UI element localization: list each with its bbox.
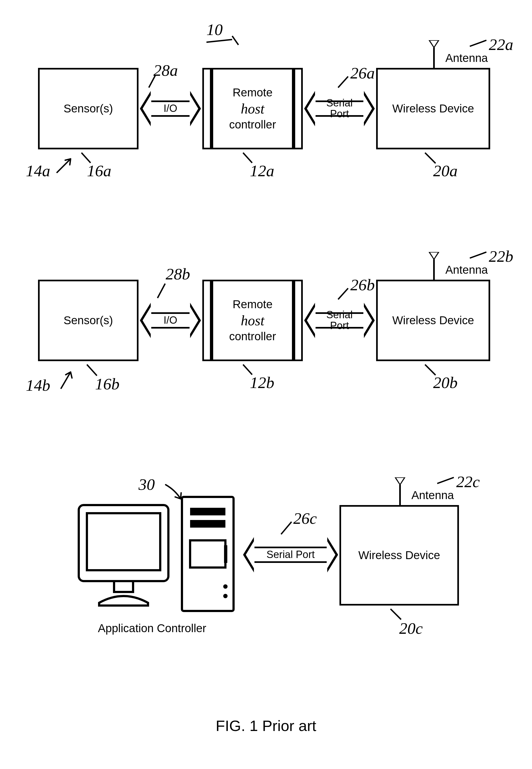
lead-controller-a	[243, 152, 253, 163]
ref-controller-b: 12b	[250, 373, 274, 392]
sensor-label: Sensor(s)	[64, 313, 113, 328]
antenna-label-a: Antenna	[445, 52, 488, 65]
lead-wireless-a	[424, 152, 436, 164]
page: 10 Sensor(s) I/O Remote host controller …	[0, 0, 532, 769]
svg-rect-4	[190, 508, 225, 515]
ref-serial-a: 26a	[350, 64, 375, 83]
wireless-box-b: Wireless Device	[376, 280, 490, 361]
lead-controller-b	[243, 364, 253, 375]
controller-line1: Remote	[232, 86, 272, 100]
controller-box-a: Remote host controller	[202, 68, 303, 149]
controller-line2-hw: host	[241, 312, 265, 329]
wireless-box-a: Wireless Device	[376, 68, 490, 149]
antenna-label-c: Antenna	[411, 489, 454, 502]
serial-arrow-a: Serial Port	[304, 91, 375, 126]
ref-wireless-c: 20c	[399, 619, 423, 638]
io-arrow-a: I/O	[140, 91, 201, 126]
application-controller-label: Application Controller	[81, 622, 223, 635]
ref-figure-lead	[232, 36, 239, 45]
sensor-label: Sensor(s)	[64, 102, 113, 116]
sensor-box-a: Sensor(s)	[38, 68, 138, 149]
serial-arrow-b: Serial Port	[304, 303, 375, 338]
controller-line1: Remote	[232, 297, 272, 312]
lead-wireless-c	[390, 609, 401, 620]
ref-sensor-b: 16b	[95, 375, 119, 393]
lead-antenna-c	[437, 477, 454, 484]
lead-serial-c	[281, 521, 292, 535]
antenna-v-b	[429, 252, 439, 260]
sensor-box-b: Sensor(s)	[38, 280, 138, 361]
controller-box-b: Remote host controller	[202, 280, 303, 361]
svg-rect-2	[114, 581, 133, 592]
svg-rect-1	[87, 513, 160, 570]
rowpointer-arrow-b	[60, 369, 81, 391]
ref-rowpointer-a: 14a	[26, 162, 50, 180]
svg-rect-5	[190, 520, 225, 528]
wireless-box-c: Wireless Device	[339, 505, 459, 606]
lead-sensor-a	[81, 152, 91, 163]
ref-antenna-c: 22c	[456, 472, 480, 491]
ref-appcontroller: 30	[138, 475, 155, 494]
ref-figure: 10	[206, 20, 223, 39]
lead-serial-b	[338, 288, 349, 300]
ref-io-b: 28b	[166, 265, 190, 283]
controller-line3: controller	[229, 118, 276, 132]
ref-controller-a: 12a	[250, 162, 274, 180]
svg-rect-6	[190, 540, 225, 568]
wireless-label-c: Wireless Device	[358, 548, 440, 563]
ref-serial-b: 26b	[350, 276, 375, 294]
antenna-v-c	[395, 477, 405, 486]
appcontroller-arrow	[164, 482, 189, 504]
lead-antenna-b	[470, 251, 487, 259]
lead-antenna-a	[470, 40, 487, 47]
serial-arrow-label: Serial Port	[314, 312, 365, 329]
ref-wireless-b: 20b	[433, 373, 458, 392]
serial-arrow-c: Serial Port	[243, 537, 338, 572]
io-arrow-label: I/O	[149, 312, 191, 329]
ref-sensor-a: 16a	[87, 162, 111, 180]
application-controller-pc	[73, 489, 242, 619]
lead-wireless-b	[424, 364, 436, 376]
svg-point-8	[223, 584, 228, 589]
antenna-stem-b	[433, 259, 435, 280]
svg-point-9	[223, 594, 228, 598]
ref-antenna-a: 22a	[489, 35, 513, 54]
antenna-stem-c	[399, 485, 401, 505]
serial-arrow-label: Serial Port	[314, 100, 365, 117]
ref-io-a: 28a	[153, 61, 178, 80]
lead-serial-a	[338, 76, 349, 88]
antenna-stem-a	[433, 48, 435, 68]
io-arrow-label: I/O	[149, 100, 191, 117]
antenna-v-a	[429, 40, 439, 48]
ref-serial-c: 26c	[293, 509, 317, 528]
serial-arrow-label-c: Serial Port	[253, 547, 329, 563]
controller-line3: controller	[229, 329, 276, 344]
io-arrow-b: I/O	[140, 303, 201, 338]
wireless-label: Wireless Device	[392, 313, 474, 328]
lead-sensor-b	[86, 364, 97, 376]
ref-rowpointer-b: 14b	[26, 376, 50, 395]
controller-line2-hw: host	[241, 100, 265, 118]
lead-io-b	[157, 283, 166, 298]
ref-antenna-b: 22b	[489, 247, 513, 266]
ref-figure-underline	[206, 39, 232, 43]
ref-wireless-a: 20a	[433, 162, 458, 180]
antenna-label-b: Antenna	[445, 263, 488, 276]
lead-io-a	[148, 75, 156, 88]
svg-rect-7	[224, 545, 227, 563]
rowpointer-arrow-a	[56, 156, 77, 175]
figure-caption: FIG. 1 Prior art	[0, 717, 532, 735]
wireless-label: Wireless Device	[392, 102, 474, 116]
